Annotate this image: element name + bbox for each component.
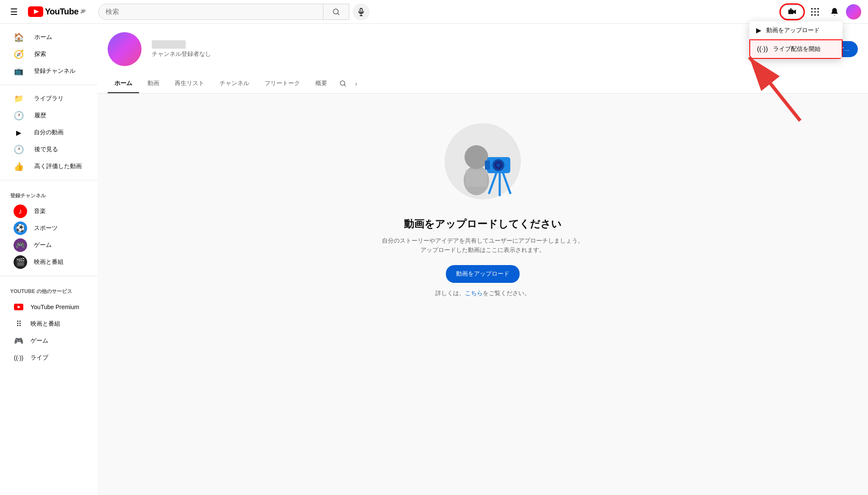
- channel-tabs: ホーム 動画 再生リスト チャンネル フリートーク 概要 ›: [97, 75, 868, 94]
- start-live-item[interactable]: ((·)) ライブ配信を開始: [749, 39, 843, 59]
- upload-prompt: 動画をアップロードしてください 自分のストーリーやアイデアを共有してユーザーにア…: [97, 94, 868, 323]
- upload-title: 動画をアップロードしてください: [404, 217, 562, 231]
- notification-icon: [830, 7, 839, 17]
- sidebar-label-yt-premium: YouTube Premium: [31, 304, 79, 310]
- header: ☰ YouTubeJP: [0, 0, 868, 24]
- channel-tab-more[interactable]: ›: [352, 77, 361, 91]
- channel-name: [152, 40, 186, 49]
- search-button[interactable]: [323, 4, 349, 19]
- svg-point-2: [333, 9, 338, 14]
- sidebar-item-sports[interactable]: ⚽ スポーツ: [3, 220, 94, 237]
- search-input[interactable]: [99, 5, 323, 19]
- notification-button[interactable]: [826, 4, 843, 20]
- svg-rect-7: [788, 9, 793, 14]
- movies-channel-icon: 🎬: [14, 255, 27, 269]
- sidebar-item-history[interactable]: 🕐 履歴: [3, 107, 94, 124]
- search-icon: [332, 8, 340, 16]
- mic-button[interactable]: [353, 3, 370, 20]
- sidebar-item-gaming[interactable]: 🎮 ゲーム: [3, 237, 94, 254]
- live-icon: ((·)): [757, 45, 768, 53]
- channel-tab-home[interactable]: ホーム: [108, 75, 139, 93]
- sidebar-label-subscriptions: 登録チャンネル: [34, 67, 75, 75]
- sidebar-label-yt-movies: 映画と番組: [31, 320, 60, 328]
- channel-tab-about[interactable]: 概要: [309, 75, 334, 93]
- svg-point-34: [496, 163, 501, 167]
- svg-point-19: [818, 14, 819, 16]
- sidebar-label-gaming: ゲーム: [34, 241, 52, 249]
- logo-area[interactable]: YouTubeJP: [28, 6, 86, 17]
- sidebar-item-home[interactable]: 🏠 ホーム: [3, 29, 94, 46]
- svg-line-25: [344, 85, 345, 86]
- upload-link-text: 詳しくは、こちらをご覧ください。: [435, 290, 530, 297]
- svg-point-13: [818, 8, 819, 9]
- subscriptions-section-title: 登録チャンネル: [0, 185, 97, 203]
- explore-icon: 🧭: [14, 49, 24, 59]
- hamburger-button[interactable]: ☰: [7, 3, 21, 20]
- sidebar-item-subscriptions[interactable]: 📺 登録チャンネル: [3, 63, 94, 80]
- gaming-channel-icon: 🎮: [14, 238, 27, 252]
- yt-movies-icon: ⠿: [14, 319, 24, 329]
- services-section-title: YOUTUBE の他のサービス: [0, 281, 97, 299]
- svg-point-16: [818, 11, 819, 13]
- sidebar-item-music[interactable]: ♪ 音楽: [3, 203, 94, 220]
- svg-point-17: [811, 14, 813, 16]
- svg-point-24: [340, 81, 345, 86]
- sidebar-item-liked[interactable]: 👍 高く評価した動画: [3, 158, 94, 175]
- channel-subs: チャンネル登録者なし: [152, 50, 766, 58]
- sidebar-item-yt-live[interactable]: ((·)) ライブ: [3, 349, 94, 366]
- sidebar-item-watch-later[interactable]: 🕐 後で見る: [3, 141, 94, 158]
- upload-learn-more-link[interactable]: こちら: [465, 290, 483, 296]
- logo-text: YouTube: [45, 7, 78, 17]
- subscriptions-icon: 📺: [14, 66, 24, 76]
- sidebar-label-movies: 映画と番組: [34, 258, 64, 266]
- sidebar-item-explore[interactable]: 🧭 探索: [3, 46, 94, 63]
- svg-rect-29: [466, 170, 487, 187]
- svg-marker-8: [793, 9, 796, 14]
- sidebar: 🏠 ホーム 🧭 探索 📺 登録チャンネル 📁 ライブラリ 🕐 履歴 ▶ 自分の動…: [0, 24, 97, 495]
- history-icon: 🕐: [14, 111, 24, 121]
- yt-gaming-icon: 🎮: [14, 336, 24, 346]
- svg-point-14: [811, 11, 813, 13]
- channel-tab-search[interactable]: [336, 76, 350, 92]
- svg-point-15: [814, 11, 816, 13]
- upload-video-item[interactable]: ▶ 動画をアップロード: [749, 21, 843, 39]
- upload-illustration: [440, 119, 525, 204]
- my-videos-icon: ▶: [14, 129, 24, 137]
- sidebar-label-my-videos: 自分の動画: [34, 129, 64, 136]
- youtube-logo-icon: [28, 6, 43, 17]
- sidebar-item-yt-premium[interactable]: YouTube Premium: [3, 299, 94, 315]
- channel-tab-playlists[interactable]: 再生リスト: [168, 75, 211, 93]
- sidebar-item-movies[interactable]: 🎬 映画と番組: [3, 254, 94, 271]
- main-content: チャンネル登録者なし チャンネルをカスタマ... ホーム 動画 再生リスト チャ…: [97, 24, 868, 495]
- liked-icon: 👍: [14, 161, 24, 171]
- music-channel-icon: ♪: [14, 205, 27, 218]
- avatar[interactable]: [846, 4, 861, 19]
- sidebar-label-yt-gaming: ゲーム: [31, 337, 48, 345]
- channel-info: チャンネル登録者なし: [152, 40, 766, 58]
- live-label: ライブ配信を開始: [773, 45, 821, 53]
- sidebar-label-liked: 高く評価した動画: [34, 163, 82, 170]
- create-button[interactable]: [781, 5, 804, 19]
- apps-button[interactable]: [807, 4, 823, 20]
- channel-search-icon: [339, 80, 347, 87]
- sidebar-item-yt-gaming[interactable]: 🎮 ゲーム: [3, 332, 94, 349]
- sidebar-label-yt-live: ライブ: [31, 354, 48, 362]
- mic-icon: [357, 8, 365, 16]
- channel-tab-videos[interactable]: 動画: [141, 75, 166, 93]
- sidebar-label-sports: スポーツ: [34, 224, 58, 232]
- channel-tab-channels[interactable]: チャンネル: [213, 75, 256, 93]
- upload-video-label: 動画をアップロード: [766, 27, 820, 34]
- create-video-icon: [788, 8, 796, 16]
- sidebar-label-home: ホーム: [34, 33, 52, 41]
- header-left: ☰ YouTubeJP: [7, 3, 92, 20]
- sidebar-item-library[interactable]: 📁 ライブラリ: [3, 90, 94, 107]
- sidebar-item-yt-movies[interactable]: ⠿ 映画と番組: [3, 315, 94, 332]
- upload-action-button[interactable]: 動画をアップロード: [446, 265, 520, 283]
- svg-point-11: [811, 8, 813, 9]
- svg-point-28: [465, 145, 488, 169]
- channel-tab-freetalk[interactable]: フリートーク: [258, 75, 307, 93]
- channel-avatar: [108, 32, 142, 66]
- library-icon: 📁: [14, 94, 24, 103]
- sidebar-item-my-videos[interactable]: ▶ 自分の動画: [3, 124, 94, 141]
- svg-point-12: [814, 8, 816, 9]
